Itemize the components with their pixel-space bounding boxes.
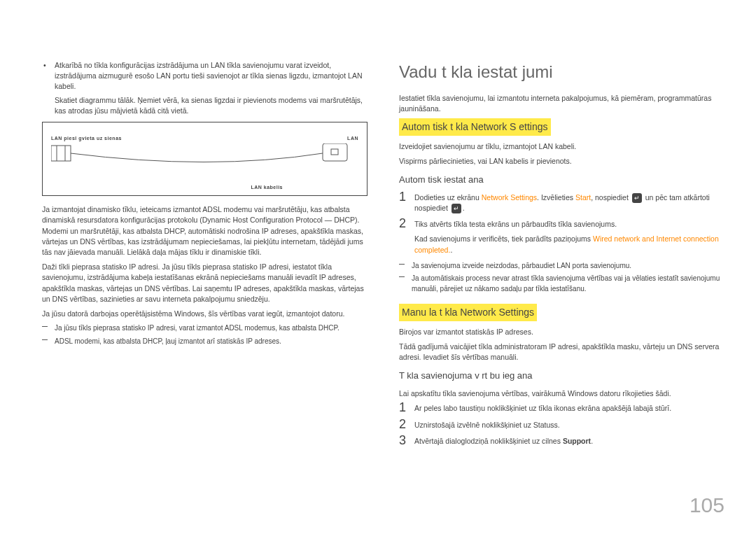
- man-step-1: 1Ar peles labo taustiņu noklikšķiniet uz…: [399, 403, 724, 414]
- page-number: 105: [690, 490, 724, 521]
- auto-p1: Izveidojiet savienojumu ar tīklu, izmant…: [399, 141, 724, 152]
- man-p2: Tādā gadījumā vaicājiet tīkla administra…: [399, 342, 724, 363]
- svg-rect-3: [323, 143, 347, 161]
- enter-icon: [632, 193, 642, 203]
- auto-note-1: Ja savienojuma izveide neizdodas, pārbau…: [399, 261, 724, 272]
- man-step-3: 3 Atvērtajā dialoglodziņā noklikšķiniet …: [399, 436, 724, 447]
- diagram-label-tr: LAN: [347, 135, 358, 142]
- man-p3: Lai apskatītu tīkla savienojuma vērtības…: [399, 388, 724, 399]
- man-p1: Birojos var izmantot statiskās IP adrese…: [399, 327, 724, 337]
- diagram-label-tl: LAN piesl gvieta uz sienas: [51, 135, 122, 142]
- svg-rect-4: [331, 149, 338, 155]
- heading-man-values: T kla savienojuma v rt bu ieg ana: [399, 370, 724, 383]
- auto-step-1: 1 Dodieties uz ekrānu Network Settings. …: [399, 192, 724, 213]
- man-step-2: 2Uznirstošajā izvēlnē noklikšķiniet uz S…: [399, 420, 724, 430]
- note-adsl-dhcp: Ja jūsu tīkls pieprasa statisko IP adres…: [42, 323, 368, 334]
- page-title: Vadu t kla iestat jumi: [399, 60, 724, 85]
- svg-rect-0: [51, 146, 71, 161]
- para-static: Daži tīkli pieprasa statisko IP adresi. …: [42, 262, 368, 304]
- para-dhcp: Ja izmantojat dinamisko tīklu, ieteicams…: [42, 204, 368, 258]
- text: Skatiet diagrammu tālāk. Ņemiet vērā, ka…: [55, 96, 363, 115]
- diagram-art: [51, 143, 359, 178]
- diagram-label-br: LAN kabelis: [251, 184, 283, 191]
- heading-auto: Autom tisk t kla Network S ettings: [399, 118, 551, 135]
- lan-diagram: LAN piesl gvieta uz sienas LAN LAN kabel…: [42, 122, 368, 196]
- note-adsl-static: ADSL modemi, kas atbalsta DHCP, ļauj izm…: [42, 337, 368, 347]
- auto-step-2: 2 Tiks atvērts tīkla testa ekrāns un pār…: [399, 219, 724, 255]
- bullet-note: Skatiet diagrammu tālāk. Ņemiet vērā, ka…: [42, 95, 368, 116]
- text: Atkarībā no tīkla konfigurācijas izstrād…: [55, 61, 362, 90]
- intro: Iestatiet tīkla savienojumu, lai izmanto…: [399, 93, 724, 114]
- auto-note-2: Ja automātiskais process nevar atrast tī…: [399, 274, 724, 294]
- auto-p2: Vispirms pārliecinieties, vai LAN kabeli…: [399, 156, 724, 167]
- enter-icon: [451, 204, 461, 213]
- bullet-lan-desc: Atkarībā no tīkla konfigurācijas izstrād…: [42, 60, 368, 92]
- heading-manual: Manu la t kla Network Settings: [399, 304, 537, 321]
- para-windows: Ja jūsu datorā darbojas operētājsistēma …: [42, 309, 368, 319]
- heading-auto-setup: Autom tisk iestat ana: [399, 174, 724, 187]
